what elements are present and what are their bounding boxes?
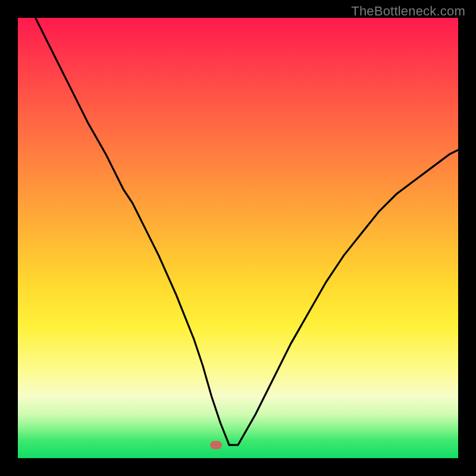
minimum-marker [210,441,222,449]
curve-path [36,18,458,445]
watermark-text: TheBottleneck.com [351,4,465,19]
plot-area [18,18,458,458]
chart-frame: TheBottleneck.com [0,0,476,476]
bottleneck-curve [18,18,458,458]
